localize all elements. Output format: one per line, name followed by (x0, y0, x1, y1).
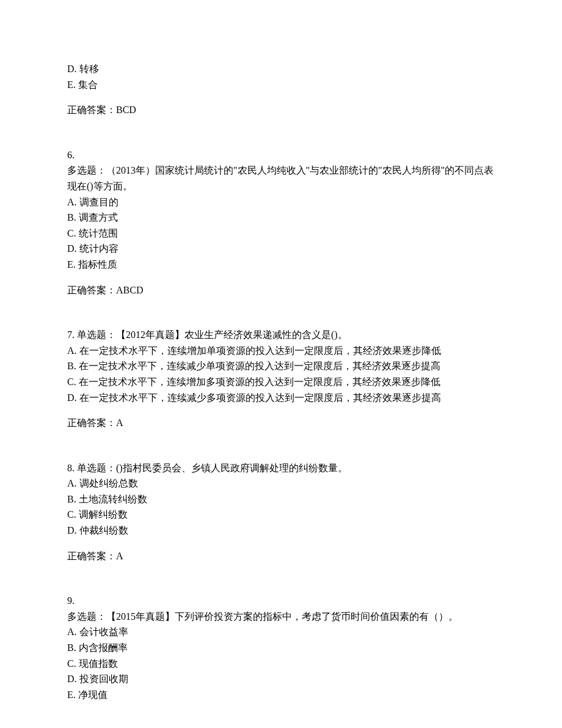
answer-line: 正确答案：BCD (67, 102, 495, 118)
answer-value: A (116, 551, 123, 561)
option-a: A. 调处纠纷总数 (67, 476, 495, 491)
question-type: 多选题： (67, 611, 106, 622)
question-stem: 多选题：【2015年真题】下列评价投资方案的指标中，考虑了货币时间价值因素的有（… (67, 609, 495, 625)
option-a: A. 会计收益率 (67, 624, 495, 640)
answer-line: 正确答案：ABCD (67, 282, 495, 298)
option-d: D. 仲裁纠纷数 (67, 523, 495, 539)
question-type: 多选题： (67, 165, 106, 175)
question-text: 【2015年真题】下列评价投资方案的指标中，考虑了货币时间价值因素的有（）。 (106, 611, 458, 622)
option-a: A. 在一定技术水平下，连续增加单项资源的投入达到一定限度后，其经济效果逐步降低 (67, 343, 495, 359)
option-c: C. 统计范围 (67, 226, 495, 241)
answer-label: 正确答案： (67, 551, 116, 561)
answer-line: 正确答案：A (67, 415, 495, 431)
option-d: D. 投资回收期 (67, 671, 495, 687)
answer-label: 正确答案： (67, 285, 116, 295)
option-b: B. 调查方式 (67, 210, 495, 226)
answer-value: ABCD (116, 285, 143, 295)
option-d: D. 统计内容 (67, 241, 495, 257)
option-c: C. 现值指数 (67, 656, 495, 672)
question-header: 8. 单选题：()指村民委员会、乡镇人民政府调解处理的纠纷数量。 (67, 460, 495, 476)
option-c: C. 调解纠纷数 (67, 507, 495, 523)
question-text: （2013年）国家统计局统计的"农民人均纯收入"与农业部统计的"农民人均所得"的… (67, 165, 494, 191)
answer-value: A (116, 417, 123, 428)
answer-line: 正确答案：A (67, 548, 495, 564)
option-b: B. 土地流转纠纷数 (67, 491, 495, 507)
option-a: A. 调查目的 (67, 194, 495, 210)
option-d: D. 转移 (67, 61, 495, 77)
option-e: E. 指标性质 (67, 257, 495, 273)
option-b: B. 在一定技术水平下，连续减少单项资源的投入达到一定限度后，其经济效果逐步提高 (67, 358, 495, 374)
option-d: D. 在一定技术水平下，连续减少多项资源的投入达到一定限度后，其经济效果逐步提高 (67, 390, 495, 406)
option-e: E. 净现值 (67, 687, 495, 703)
answer-label: 正确答案： (67, 105, 116, 115)
option-b: B. 内含报酬率 (67, 640, 495, 656)
option-e: E. 集合 (67, 77, 495, 93)
question-number: 6. (67, 147, 495, 163)
answer-label: 正确答案： (67, 417, 116, 428)
option-c: C. 在一定技术水平下，连续增加多项资源的投入达到一定限度后，其经济效果逐步降低 (67, 374, 495, 390)
question-stem: 多选题：（2013年）国家统计局统计的"农民人均纯收入"与农业部统计的"农民人均… (67, 163, 495, 194)
question-number: 9. (67, 593, 495, 609)
answer-value: BCD (116, 105, 136, 115)
question-header: 7. 单选题：【2012年真题】农业生产经济效果递减性的含义是()。 (67, 327, 495, 343)
